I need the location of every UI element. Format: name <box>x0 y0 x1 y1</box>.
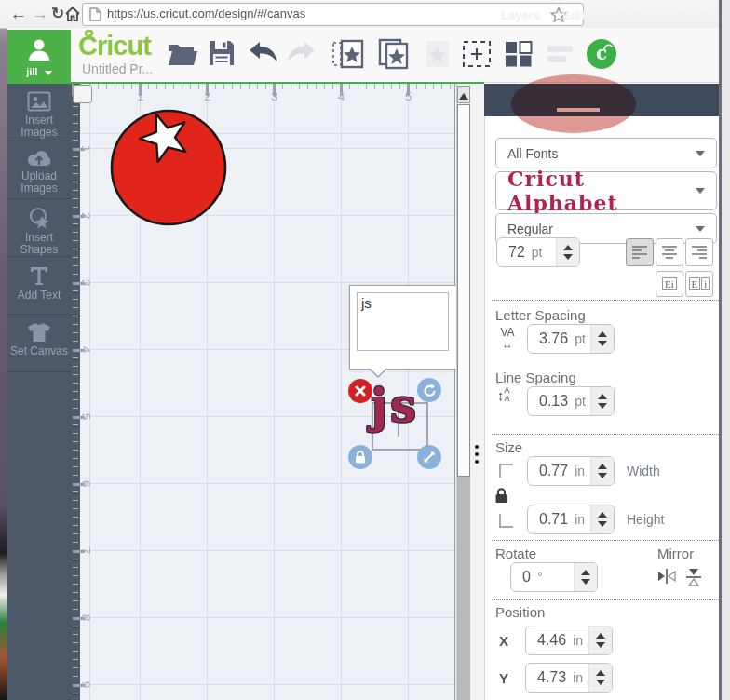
lock-handle[interactable] <box>348 445 372 469</box>
position-x-label: X <box>499 633 508 649</box>
width-stepper[interactable] <box>590 457 614 485</box>
insert-sidebar: Insert Images Upload Images Insert Shape… <box>7 84 71 700</box>
rotate-stepper[interactable] <box>574 563 597 591</box>
line-spacing-input[interactable]: 0.13 pt <box>527 386 615 416</box>
scrollbar-up-button[interactable] <box>457 86 470 103</box>
rotate-input[interactable]: 0 ° <box>510 562 598 592</box>
redo-button[interactable] <box>285 41 318 65</box>
go-button[interactable]: c <box>587 39 616 69</box>
select-all-button[interactable] <box>462 40 492 68</box>
duplicate-star-icon <box>376 38 412 70</box>
resize-handle[interactable] <box>417 445 441 469</box>
arrange-button[interactable] <box>503 39 534 69</box>
open-project-button[interactable] <box>166 39 199 69</box>
align-center-button[interactable] <box>656 238 683 266</box>
undo-button[interactable] <box>246 41 279 65</box>
mirror-vertical-button[interactable] <box>685 568 702 586</box>
font-filter-dropdown[interactable]: All Fonts <box>495 138 717 168</box>
v-ruler-number: 9 <box>79 681 93 688</box>
align-left-button[interactable] <box>626 238 654 266</box>
position-y-input[interactable]: 4.73 in <box>525 663 613 693</box>
kerning-off-button[interactable]: E i <box>685 271 713 297</box>
tab-sync[interactable]: Sync <box>619 8 648 22</box>
paste-image-button-disabled[interactable] <box>419 38 454 70</box>
save-floppy-icon <box>207 38 237 68</box>
position-x-input[interactable]: 4.46 in <box>525 626 613 655</box>
image-star-select-icon <box>331 38 367 70</box>
font-name-dropdown[interactable]: Cricut Alphabet <box>495 171 717 210</box>
design-canvas[interactable]: 1 2 3 4 5 1 2 3 4 5 6 7 8 9 js js <box>71 82 456 700</box>
select-image-button[interactable] <box>331 38 367 70</box>
position-y-label: Y <box>499 670 508 686</box>
text-element-js[interactable]: js <box>371 378 419 433</box>
size-link-bracket-bottom <box>499 514 513 528</box>
h-ruler-number: 5 <box>405 89 412 103</box>
font-size-value: 72 <box>497 244 525 261</box>
sidebar-item-label: Insert Images <box>7 114 71 139</box>
sidebar-item-set-canvas[interactable]: Set Canvas <box>7 315 71 372</box>
position-x-value: 4.46 <box>526 632 566 649</box>
panel-resize-grip[interactable] <box>475 445 479 464</box>
rotate-handle[interactable] <box>417 378 441 402</box>
scrollbar-thumb[interactable] <box>457 104 470 477</box>
sidebar-item-insert-shapes[interactable]: Insert Shapes <box>7 199 71 257</box>
project-title: Untitled Pr... <box>82 61 153 76</box>
width-input[interactable]: 0.77 in <box>527 456 615 486</box>
line-spacing-icon: ↕ A A <box>497 386 510 403</box>
line-spacing-stepper[interactable] <box>590 387 614 415</box>
duplicate-image-button[interactable] <box>376 38 412 70</box>
insert-shapes-icon <box>27 207 51 229</box>
letter-spacing-stepper[interactable] <box>590 325 614 353</box>
stepper-up-icon <box>581 570 590 575</box>
cricut-logo: Cricut <box>78 31 153 62</box>
stepper-up-icon <box>598 331 607 337</box>
tab-edit[interactable]: Edit <box>562 8 586 22</box>
rotate-value: 0 <box>511 569 531 586</box>
height-stepper[interactable] <box>590 505 614 533</box>
stepper-up-icon <box>598 512 607 518</box>
sidebar-item-add-text[interactable]: Add Text <box>7 257 71 315</box>
go-button-antenna-icon <box>603 43 613 50</box>
align-right-button[interactable] <box>685 238 713 266</box>
align-right-icon <box>691 245 708 260</box>
letter-spacing-input[interactable]: 3.76 pt <box>527 324 615 354</box>
stepper-down-icon <box>563 254 573 260</box>
user-menu-caret-icon <box>45 71 52 75</box>
mirror-horizontal-button[interactable] <box>657 568 676 585</box>
height-input[interactable]: 0.71 in <box>527 505 615 534</box>
v-ruler-number: 3 <box>79 279 93 286</box>
kerning-on-button[interactable]: Ei <box>656 271 683 297</box>
browser-back-button[interactable]: ← <box>7 0 30 28</box>
v-ruler-number: 5 <box>79 413 93 420</box>
tab-canvas[interactable]: Canvas <box>672 8 715 22</box>
sidebar-item-label: Set Canvas <box>7 345 71 357</box>
font-size-stepper[interactable] <box>556 238 579 266</box>
font-size-input[interactable]: 72 pt <box>496 237 580 267</box>
browser-home-button[interactable] <box>65 7 80 21</box>
stepper-down-icon <box>596 680 605 685</box>
position-y-stepper[interactable] <box>588 664 612 692</box>
scrollbar-track[interactable] <box>457 477 470 700</box>
stepper-down-icon <box>581 579 590 585</box>
font-name-value: Cricut Alphabet <box>507 167 696 215</box>
circle-star-shape[interactable] <box>109 108 228 227</box>
align-button-disabled[interactable] <box>546 41 575 67</box>
h-ruler-number: 4 <box>338 89 345 103</box>
align-center-icon <box>661 245 678 260</box>
user-account-button[interactable]: jill <box>7 30 71 84</box>
letter-spacing-value: 3.76 <box>528 330 568 347</box>
sidebar-item-upload-images[interactable]: Upload Images <box>7 141 71 199</box>
sidebar-item-insert-images[interactable]: Insert Images <box>7 84 71 141</box>
delete-handle[interactable] <box>348 379 372 403</box>
section-divider <box>492 434 724 435</box>
save-project-button[interactable] <box>207 38 237 68</box>
home-icon <box>65 7 80 21</box>
stepper-down-icon <box>598 521 607 527</box>
chevron-down-icon <box>696 151 705 156</box>
section-divider <box>492 540 724 541</box>
insert-images-icon <box>27 91 51 112</box>
tab-layers[interactable]: Layers <box>501 8 540 22</box>
size-lock-button[interactable] <box>494 488 508 504</box>
text-input-field[interactable]: js <box>357 292 449 351</box>
position-x-stepper[interactable] <box>588 626 612 654</box>
